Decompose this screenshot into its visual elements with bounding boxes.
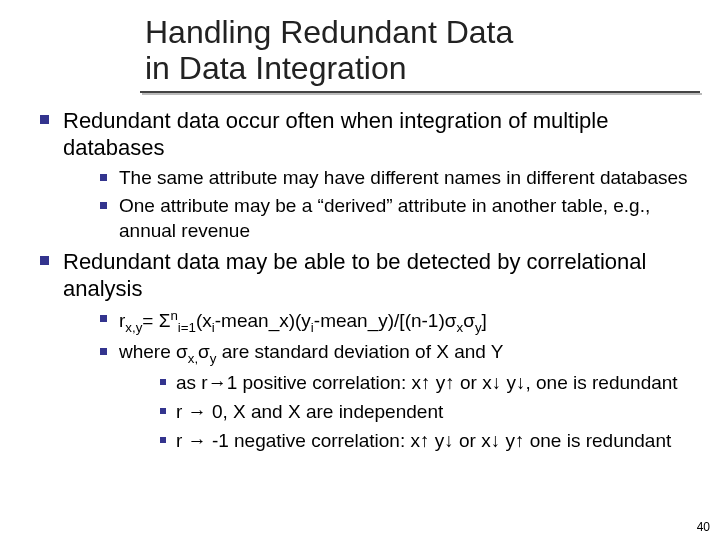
f-sub-sy: y: [475, 320, 482, 335]
bullet-2b3-text: r → -1 negative correlation: x↑ y↓ or x↓…: [176, 429, 671, 454]
bullet-1b: One attribute may be a “derived” attribu…: [100, 194, 690, 243]
bullet-icon: [100, 348, 107, 355]
w-subx: x,: [188, 351, 198, 366]
title-block: Handling Redundant Data in Data Integrat…: [145, 15, 690, 87]
f-open-x: (x: [196, 310, 212, 331]
bullet-icon: [100, 202, 107, 209]
f-eq-sigma: = Σ: [142, 310, 170, 331]
bullet-2b: where σx,σy are standard deviation of X …: [100, 340, 690, 367]
f-close: ]: [482, 310, 487, 331]
f-sup-n: n: [170, 308, 177, 323]
slide-title-line1: Handling Redundant Data: [145, 15, 690, 51]
bullet-icon: [160, 437, 166, 443]
w-sig: σ: [198, 341, 210, 362]
w-post: are standard deviation of X and Y: [217, 341, 504, 362]
bullet-icon: [40, 115, 49, 124]
bullet-icon: [160, 379, 166, 385]
slide-title-line2: in Data Integration: [145, 51, 690, 87]
bullet-1: Redundant data occur often when integrat…: [40, 107, 690, 162]
bullet-2b2: r → 0, X and X are independent: [160, 400, 690, 425]
bullet-1-text: Redundant data occur often when integrat…: [63, 107, 690, 162]
bullet-2a: rx,y= Σni=1(xi-mean_x)(yi-mean_y)/[(n-1)…: [100, 307, 690, 336]
bullet-icon: [160, 408, 166, 414]
bullet-2: Redundant data may be able to be detecte…: [40, 248, 690, 303]
bullet-2b1: as r→1 positive correlation: x↑ y↑ or x↓…: [160, 371, 690, 396]
slide-number: 40: [697, 520, 710, 534]
f-sigma2: σ: [463, 310, 475, 331]
slide: Handling Redundant Data in Data Integrat…: [0, 0, 720, 540]
bullet-icon: [100, 174, 107, 181]
f-sub-xy: x,y: [125, 320, 142, 335]
bullet-2b1-text: as r→1 positive correlation: x↑ y↑ or x↓…: [176, 371, 678, 396]
bullet-icon: [100, 315, 107, 322]
bullet-1b-text: One attribute may be a “derived” attribu…: [119, 194, 690, 243]
bullet-1a-text: The same attribute may have different na…: [119, 166, 688, 191]
bullet-2b3: r → -1 negative correlation: x↑ y↓ or x↓…: [160, 429, 690, 454]
f-meanx-y: -mean_x)(y: [215, 310, 311, 331]
correlation-formula: rx,y= Σni=1(xi-mean_x)(yi-mean_y)/[(n-1)…: [119, 307, 487, 336]
title-rule-shadow: [142, 93, 702, 95]
bullet-2b2-text: r → 0, X and X are independent: [176, 400, 443, 425]
std-dev-text: where σx,σy are standard deviation of X …: [119, 340, 503, 367]
f-meany-denom: -mean_y)/[(n-1)σ: [314, 310, 457, 331]
f-sub-i1: i=1: [178, 320, 196, 335]
bullet-icon: [40, 256, 49, 265]
w-pre: where σ: [119, 341, 188, 362]
bullet-2-text: Redundant data may be able to be detecte…: [63, 248, 690, 303]
bullet-1a: The same attribute may have different na…: [100, 166, 690, 191]
w-suby: y: [210, 351, 217, 366]
